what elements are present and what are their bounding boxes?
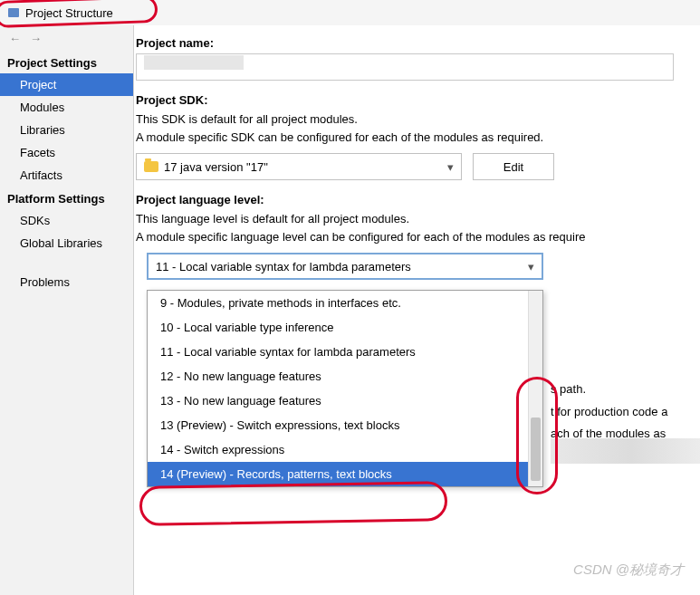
dropdown-item[interactable]: 10 - Local variable type inference [148, 315, 542, 340]
obscured-text: s path. t for production code a ach of t… [551, 379, 667, 446]
project-name-label: Project name: [136, 36, 700, 50]
sdk-desc-1: This SDK is default for all project modu… [136, 110, 700, 129]
sdk-combo[interactable]: 17 java version "17" ▾ [136, 153, 462, 180]
chevron-down-icon: ▾ [447, 160, 454, 174]
watermark: CSDN @秘境奇才 [573, 561, 684, 579]
redacted-block [551, 438, 700, 464]
dropdown-item[interactable]: 13 (Preview) - Switch expressions, text … [148, 413, 542, 437]
sidebar-header-platform-settings: Platform Settings [0, 187, 133, 209]
sidebar-item-artifacts[interactable]: Artifacts [0, 164, 133, 187]
scrollbar[interactable] [528, 291, 542, 486]
dropdown-item[interactable]: 9 - Modules, private methods in interfac… [148, 291, 542, 315]
main-panel: Project name: Project SDK: This SDK is d… [134, 25, 700, 595]
dropdown-item[interactable]: 14 - Switch expressions [148, 437, 542, 462]
redacted-value [144, 55, 244, 70]
lang-level-combo[interactable]: 11 - Local variable syntax for lambda pa… [147, 253, 543, 280]
edit-sdk-button[interactable]: Edit [473, 153, 554, 180]
sidebar-item-sdks[interactable]: SDKs [0, 209, 133, 232]
sidebar-item-facets[interactable]: Facets [0, 141, 133, 164]
sdk-combo-value: 17 java version "17" [164, 160, 268, 174]
project-sdk-label: Project SDK: [136, 93, 700, 107]
lang-level-dropdown: 9 - Modules, private methods in interfac… [147, 290, 543, 487]
sidebar-item-libraries[interactable]: Libraries [0, 119, 133, 141]
lang-desc-2: A module specific language level can be … [136, 228, 700, 246]
sidebar-item-problems[interactable]: Problems [0, 271, 133, 293]
project-name-input[interactable] [136, 53, 674, 81]
sdk-desc-2: A module specific SDK can be configured … [136, 129, 700, 147]
dropdown-item-highlighted[interactable]: 14 (Preview) - Records, patterns, text b… [148, 462, 542, 486]
scrollbar-thumb[interactable] [531, 417, 541, 481]
sidebar-item-global-libraries[interactable]: Global Libraries [0, 232, 133, 254]
sidebar-item-project[interactable]: Project [0, 73, 133, 96]
lang-desc-1: This language level is default for all p… [136, 210, 700, 228]
nav-forward-icon[interactable]: → [30, 32, 42, 45]
chevron-down-icon: ▾ [528, 260, 534, 274]
sidebar: ← → Project Settings Project Modules Lib… [0, 25, 134, 595]
folder-icon [144, 161, 158, 172]
app-icon [7, 6, 20, 19]
lang-level-value: 11 - Local variable syntax for lambda pa… [156, 260, 411, 274]
dropdown-item[interactable]: 11 - Local variable syntax for lambda pa… [148, 340, 542, 364]
window-title: Project Structure [25, 6, 113, 20]
sidebar-item-modules[interactable]: Modules [0, 96, 133, 119]
nav-back-icon[interactable]: ← [9, 32, 21, 45]
sidebar-header-project-settings: Project Settings [0, 51, 133, 73]
titlebar: Project Structure [0, 0, 700, 25]
lang-level-label: Project language level: [136, 193, 700, 206]
svg-rect-0 [8, 8, 19, 17]
dropdown-item[interactable]: 12 - No new language features [148, 364, 542, 389]
dropdown-item[interactable]: 13 - No new language features [148, 389, 542, 413]
